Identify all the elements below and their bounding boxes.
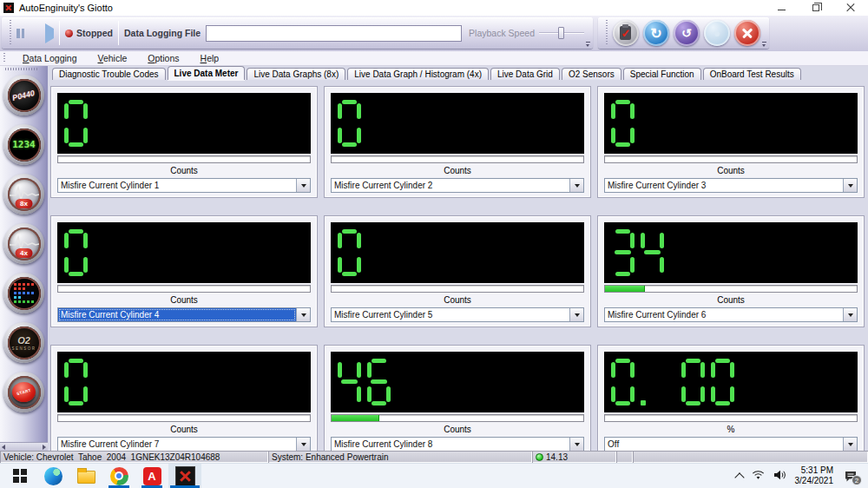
speaker-icon[interactable] <box>773 470 786 482</box>
giotto-app-icon <box>175 466 195 486</box>
app-window: AutoEnginuity's Giotto Stopped Data Logg… <box>0 0 868 488</box>
check-vehicle-button[interactable] <box>613 20 639 46</box>
pid-combobox[interactable]: Misfire Current Cylinder 6 <box>604 307 858 322</box>
toolbar-drag-handle[interactable] <box>9 20 13 46</box>
tray-chevron-up-icon[interactable] <box>734 472 744 482</box>
pid-combobox-value[interactable]: Misfire Current Cylinder 6 <box>605 308 843 321</box>
combobox-dropdown-button[interactable] <box>296 179 310 192</box>
tab-onboard-test-results[interactable]: OnBoard Test Results <box>703 68 801 80</box>
refresh-button[interactable]: ↻ <box>643 20 669 46</box>
tab-live-data-meter[interactable]: Live Data Meter <box>168 66 246 80</box>
taskbar-explorer-button[interactable] <box>69 464 102 488</box>
waveform-4x-icon: 4x <box>8 228 41 260</box>
menubar-drag-handle[interactable] <box>3 53 7 63</box>
combobox-dropdown-button[interactable] <box>296 308 310 321</box>
combobox-dropdown-button[interactable] <box>569 179 583 192</box>
toolbar-row: Stopped Data Logging File Playback Speed… <box>0 16 868 51</box>
combobox-dropdown-button[interactable] <box>296 438 310 451</box>
pid-combobox[interactable]: Misfire Current Cylinder 1 <box>57 178 311 193</box>
sidebar-item-special-function[interactable]: START <box>3 372 44 412</box>
pid-combobox[interactable]: Off <box>604 437 858 452</box>
start-button[interactable] <box>3 464 36 488</box>
restore-button[interactable] <box>799 0 833 16</box>
toolbar-overflow-icon[interactable] <box>761 42 767 48</box>
data-logging-file-input[interactable] <box>206 25 462 42</box>
pid-combobox[interactable]: Misfire Current Cylinder 3 <box>604 178 858 193</box>
sidebar: P0440 1234 8x 4x <box>0 66 48 451</box>
pid-combobox-value[interactable]: Misfire Current Cylinder 7 <box>58 438 296 451</box>
menu-data-logging[interactable]: Data Logging <box>12 53 87 63</box>
menu-help[interactable]: Help <box>190 53 230 63</box>
tab-live-data-grid[interactable]: Live Data Grid <box>490 68 560 80</box>
scroll-right-icon[interactable] <box>43 445 46 450</box>
sidebar-item-graphs-8x[interactable]: 8x <box>3 174 44 214</box>
unit-label: % <box>604 425 858 435</box>
dtc-code-icon: P0440 <box>8 79 41 112</box>
pid-combobox-selected[interactable]: Misfire Current Cylinder 4 <box>57 307 311 322</box>
pid-combobox-value[interactable]: Misfire Current Cylinder 1 <box>58 179 296 192</box>
notification-center-button[interactable]: 2 <box>842 467 859 485</box>
statusbar: Vehicle: Chevrolet Tahoe 2004 1GNEK13Z04… <box>0 451 868 463</box>
window-title: AutoEnginuity's Giotto <box>19 3 113 13</box>
unit-label: Counts <box>604 295 858 306</box>
sidebar-item-live-data-meter[interactable]: 1234 <box>3 124 44 165</box>
sidebar-item-data-grid[interactable] <box>3 273 44 313</box>
pid-combobox-value[interactable]: Misfire Current Cylinder 8 <box>332 438 569 451</box>
scroll-left-icon[interactable] <box>2 445 5 450</box>
menu-options[interactable]: Options <box>137 53 189 63</box>
disconnect-button[interactable] <box>734 20 760 46</box>
menu-vehicle[interactable]: Vehicle <box>87 53 137 63</box>
tab-o2-sensors[interactable]: O2 Sensors <box>562 68 621 80</box>
taskbar-clock[interactable]: 5:31 PM 3/24/2021 <box>795 465 834 486</box>
toolbar-separator <box>118 21 119 45</box>
minimize-button[interactable] <box>764 0 799 16</box>
taskbar-edge-button[interactable] <box>36 464 69 488</box>
pid-combobox-value[interactable]: Misfire Current Cylinder 4 <box>58 308 296 321</box>
unit-label: Counts <box>57 295 311 306</box>
pid-combobox[interactable]: Misfire Current Cylinder 2 <box>331 178 584 193</box>
pid-combobox-value[interactable]: Misfire Current Cylinder 3 <box>605 179 843 192</box>
toolbar-drag-handle[interactable] <box>605 20 609 46</box>
playback-speed-slider[interactable] <box>539 26 584 40</box>
pid-combobox[interactable]: Misfire Current Cylinder 8 <box>331 437 584 452</box>
tab-live-data-graphs-8x[interactable]: Live Data Graphs (8x) <box>247 68 345 80</box>
wifi-icon[interactable] <box>752 470 765 482</box>
combobox-dropdown-button[interactable] <box>569 438 583 451</box>
sidebar-item-trouble-codes[interactable]: P0440 <box>3 75 44 115</box>
sidebar-item-o2-sensors[interactable]: O2 SENSOR <box>3 322 44 363</box>
slider-thumb[interactable] <box>558 27 564 39</box>
ecu-reload-button[interactable]: ↺ <box>674 20 700 46</box>
connect-button-disabled: ● <box>704 20 730 46</box>
chevron-down-icon <box>575 184 580 188</box>
taskbar-acrobat-button[interactable]: A <box>135 464 168 488</box>
pid-combobox-value[interactable]: Misfire Current Cylinder 2 <box>332 179 569 192</box>
pause-button[interactable] <box>16 29 24 38</box>
tab-diagnostic-trouble-codes[interactable]: Diagnostic Trouble Codes <box>52 68 166 80</box>
chevron-down-icon <box>575 443 580 446</box>
play-button[interactable] <box>45 29 54 38</box>
pid-combobox-value[interactable]: Misfire Current Cylinder 5 <box>332 308 569 321</box>
combobox-dropdown-button[interactable] <box>843 308 857 321</box>
tab-live-data-graph-histogram-4x[interactable]: Live Data Graph / Histogram (4x) <box>347 68 489 80</box>
taskbar-giotto-button[interactable] <box>168 464 201 488</box>
tab-special-function[interactable]: Special Function <box>623 68 701 80</box>
voltage-value: 14.13 <box>546 452 568 462</box>
pid-combobox[interactable]: Misfire Current Cylinder 7 <box>57 437 311 452</box>
pid-combobox[interactable]: Misfire Current Cylinder 5 <box>331 307 584 322</box>
close-button[interactable] <box>833 0 868 16</box>
waveform-8x-icon: 8x <box>8 178 41 211</box>
toolbar-overflow-icon[interactable] <box>585 42 591 48</box>
meter-grid: Counts Misfire Current Cylinder 1 Counts… <box>48 80 868 457</box>
seven-segment-display <box>57 222 311 283</box>
connection-buttons: ↻ ↺ ● <box>613 20 760 46</box>
combobox-dropdown-button[interactable] <box>843 438 857 451</box>
taskbar-chrome-button[interactable] <box>102 464 135 488</box>
sidebar-scrollbar[interactable] <box>0 442 48 451</box>
led-meter-icon: 1234 <box>8 129 41 162</box>
combobox-dropdown-button[interactable] <box>569 308 583 321</box>
sidebar-item-histogram-4x[interactable]: 4x <box>3 223 44 264</box>
pid-combobox-value[interactable]: Off <box>605 438 843 451</box>
combobox-dropdown-button[interactable] <box>843 179 857 192</box>
chevron-down-icon <box>848 443 853 446</box>
meter-bar <box>57 155 311 163</box>
